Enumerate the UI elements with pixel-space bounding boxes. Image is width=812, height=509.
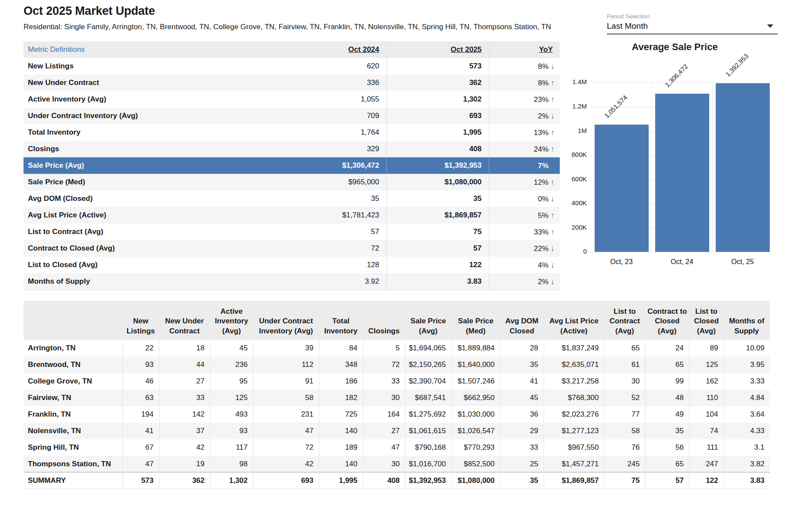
city-name: Thompsons Station, TN — [24, 456, 122, 472]
city-metric-value: $1,507,246 — [451, 373, 500, 390]
city-col-header[interactable]: New Listings — [122, 301, 159, 340]
city-name: Arrington, TN — [24, 340, 122, 356]
metric-row[interactable]: Active Inventory (Avg)1,0551,30223% ↑ — [24, 91, 560, 108]
city-metric-value: $1,277,123 — [544, 423, 604, 439]
city-metric-value: 182 — [319, 390, 363, 406]
metric-row[interactable]: Under Contract Inventory (Avg)7096932% ↓ — [24, 108, 560, 124]
metric-yoy-value: 2% ↓ — [489, 273, 560, 290]
metric-row[interactable]: Contract to Closed (Avg)725722% ↓ — [24, 240, 560, 257]
city-metric-value: 58 — [604, 423, 645, 439]
city-col-header[interactable]: Under Contract Inventory (Avg) — [253, 301, 319, 340]
metric-yoy-value: 13% ↑ — [489, 124, 560, 141]
city-col-header[interactable]: Closings — [363, 301, 405, 340]
city-col-header[interactable]: Total Inventory — [319, 301, 363, 340]
city-row: Brentwood, TN934423611234872$2,150,265$1… — [24, 356, 770, 373]
chart-plot-area: 0200K400K600K800K1M1.2M1.4M 1,051,5741,3… — [566, 82, 784, 252]
city-metric-value: $1,061,615 — [405, 423, 451, 439]
metric-row[interactable]: List to Contract (Avg)577533% ↑ — [24, 224, 560, 240]
metric-name: Total Inventory — [24, 124, 246, 141]
col-header-yoy[interactable]: YoY — [489, 41, 560, 58]
metric-row[interactable]: Total Inventory1,7641,99513% ↑ — [24, 124, 560, 141]
metric-oct2025-value: $1,869,857 — [386, 207, 489, 224]
trend-up-arrow-icon: ↑ — [551, 227, 555, 236]
city-metric-value: 24 — [645, 340, 689, 356]
metric-definitions-link[interactable]: Metric Definitions — [28, 45, 85, 54]
metric-name: Sale Price (Avg) — [24, 157, 246, 174]
y-axis-tick-label: 800K — [566, 151, 587, 158]
city-col-header-blank — [24, 301, 122, 340]
metric-name: Active Inventory (Avg) — [24, 91, 246, 108]
city-col-header[interactable]: Active Inventory (Avg) — [210, 301, 253, 340]
city-col-header[interactable]: Avg DOM Closed — [500, 301, 544, 340]
city-metric-value: $1,837,249 — [544, 340, 604, 356]
yoy-percent: 7% — [538, 162, 551, 170]
city-row: Nolensville, TN4137934714027$1,061,615$1… — [24, 423, 770, 439]
city-metric-value: 18 — [159, 340, 210, 356]
metric-row[interactable]: Avg List Price (Active)$1,781,423$1,869,… — [24, 207, 560, 224]
city-col-header[interactable]: Sale Price (Avg) — [405, 301, 451, 340]
yoy-percent: 2% — [538, 112, 551, 120]
city-breakdown-table: New ListingsNew Under ContractActive Inv… — [24, 301, 770, 489]
trend-up-arrow-icon: ↑ — [551, 178, 555, 187]
city-col-header[interactable]: Avg List Price (Active) — [544, 301, 604, 340]
period-selection-value: Last Month — [607, 21, 648, 31]
city-metric-value: 1,995 — [319, 472, 363, 489]
metric-oct2025-value: 1,302 — [386, 91, 489, 108]
city-metric-value: 3.82 — [724, 456, 770, 472]
metric-oct2025-value: 35 — [386, 190, 489, 207]
x-axis-tick-label: Oct, 25 — [712, 258, 773, 266]
city-metric-value: 231 — [253, 406, 319, 423]
yoy-percent: 8% — [538, 62, 551, 71]
city-metric-value: 47 — [363, 439, 405, 456]
city-name: Nolensville, TN — [24, 423, 122, 439]
metric-row[interactable]: Avg DOM (Closed)35350% ↓ — [24, 190, 560, 207]
metric-oct2024-value: $965,000 — [246, 174, 386, 190]
x-axis-tick-label: Oct, 23 — [591, 258, 652, 266]
city-metric-value: 3.95 — [724, 356, 770, 373]
city-metric-value: $768,300 — [544, 390, 604, 406]
metric-row[interactable]: List to Closed (Avg)1281224% ↓ — [24, 257, 560, 273]
city-metric-value: 61 — [604, 356, 645, 373]
yoy-percent: 0% — [538, 195, 551, 203]
metric-row[interactable]: New Listings6205738% ↓ — [24, 58, 560, 75]
city-col-header[interactable]: Contract to Closed (Avg) — [645, 301, 689, 340]
trend-down-arrow-icon: ↓ — [551, 194, 555, 203]
city-metric-value: $1,080,000 — [451, 472, 500, 489]
period-selection-dropdown[interactable]: Last Month — [607, 20, 778, 34]
metric-row[interactable]: Sale Price (Avg)$1,306,472$1,392,9537% ↑ — [24, 157, 560, 174]
metric-oct2025-value: 362 — [386, 75, 489, 91]
city-metric-value: 408 — [363, 472, 405, 489]
city-col-header[interactable]: New Under Contract — [159, 301, 210, 340]
metric-row[interactable]: Sale Price (Med)$965,000$1,080,00012% ↑ — [24, 174, 560, 190]
city-metric-value: 93 — [122, 356, 159, 373]
metric-row[interactable]: Months of Supply3.923.832% ↓ — [24, 273, 560, 290]
city-row: Arrington, TN22184539845$1,694,065$1,889… — [24, 340, 770, 356]
col-header-oct-2024[interactable]: Oct 2024 — [246, 41, 386, 58]
city-metric-value: 52 — [604, 390, 645, 406]
trend-up-arrow-icon: ↑ — [551, 161, 555, 170]
city-metric-value: 57 — [645, 472, 689, 489]
y-axis-tick-label: 400K — [566, 199, 587, 207]
metric-yoy-value: 7% ↑ — [489, 157, 560, 174]
chart-plot: 1,051,5741,306,4721,392,953 — [591, 82, 773, 252]
yoy-percent: 24% — [534, 145, 551, 153]
trend-up-arrow-icon: ↑ — [551, 145, 555, 153]
metric-row[interactable]: Closings32940824% ↑ — [24, 141, 560, 157]
chevron-down-icon — [767, 24, 773, 28]
bar-value-label: 1,392,953 — [724, 52, 750, 78]
city-col-header[interactable]: List to Contract (Avg) — [604, 301, 645, 340]
metric-yoy-value: 2% ↓ — [489, 108, 560, 124]
metric-row[interactable]: New Under Contract3363628% ↑ — [24, 75, 560, 91]
city-metric-value: 25 — [500, 456, 544, 472]
metric-yoy-value: 0% ↓ — [489, 190, 560, 207]
yoy-percent: 22% — [534, 244, 551, 253]
city-col-header[interactable]: Sale Price (Med) — [451, 301, 500, 340]
city-metric-value: 56 — [645, 439, 689, 456]
col-header-oct-2025[interactable]: Oct 2025 — [386, 41, 489, 58]
metrics-and-chart-row: Metric Definitions Oct 2024 Oct 2025 YoY… — [24, 41, 812, 290]
metric-oct2024-value: 35 — [246, 190, 386, 207]
city-metric-value: 164 — [363, 406, 405, 423]
metric-name: New Under Contract — [24, 75, 246, 91]
city-col-header[interactable]: Months of Supply — [724, 301, 770, 340]
city-col-header[interactable]: List to Closed (Avg) — [689, 301, 724, 340]
